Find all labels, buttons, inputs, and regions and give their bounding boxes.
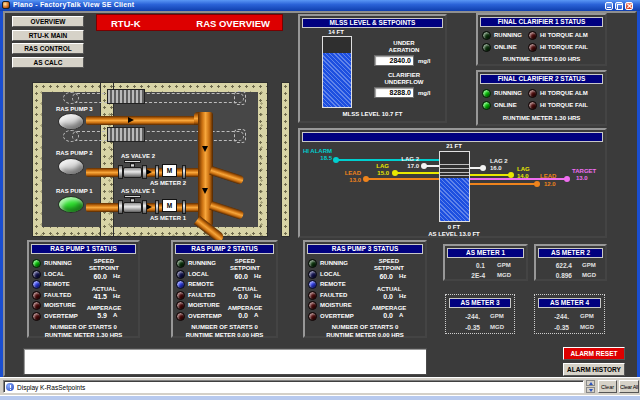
- clarifier2-hitorque-alm-label: HI TORQUE ALM: [540, 90, 588, 97]
- nav-as-calc-button[interactable]: AS CALC: [12, 57, 84, 68]
- nav-ras-control-button[interactable]: RAS CONTROL: [12, 43, 84, 54]
- clarifier2-online-label: ONLINE: [494, 102, 517, 109]
- pump3-moisture-led: [308, 301, 317, 310]
- spinner-down-button[interactable]: [586, 387, 595, 393]
- clarifier2-runtime: RUNTIME METER 1.30 HRS: [480, 115, 603, 122]
- flow-arrow-icon: [202, 188, 208, 194]
- level-line-lead-right: [470, 183, 536, 185]
- pump2-faulted-led: [176, 291, 185, 300]
- ghost-pipe-row: [72, 131, 244, 141]
- pump1-actual-unit: Hz: [113, 293, 120, 300]
- pump1-moisture-led: [32, 301, 41, 310]
- as-meter-4-gpm-value: -244.: [539, 313, 569, 320]
- lag2-right-value: 16.0: [490, 165, 520, 172]
- pump2-moisture-led: [176, 301, 185, 310]
- pump1-overtemp-led: [32, 312, 41, 321]
- pump2-amperage-label: AMPERAGE: [215, 305, 275, 312]
- clarifier-underflow-unit: mg/l: [418, 90, 430, 97]
- as-meter-2-gpm-unit: GPM: [582, 262, 596, 269]
- pump2-faulted-label: FAULTED: [188, 292, 215, 299]
- under-aeration-label2: AERATION: [362, 47, 446, 54]
- as-meter-1-mgd-value: 2E-4: [451, 272, 485, 279]
- lag-right-label: LAG: [517, 166, 545, 173]
- pump3-speed-unit: Hz: [399, 273, 406, 280]
- pump2-actual-value: 0.0: [215, 293, 248, 300]
- close-button[interactable]: [625, 2, 633, 10]
- as-meter-4-mgd-unit: MGD: [580, 324, 594, 331]
- pump2-title: RAS PUMP 2 STATUS: [175, 244, 274, 254]
- clear-all-button[interactable]: Clear All: [619, 380, 639, 393]
- clarifier2-running-led: [482, 89, 491, 98]
- as-meter-2-mgd-unit: MGD: [582, 272, 596, 279]
- mlss-panel: MLSS LEVEL & SETPOINTS 14 FT UNDER AERAT…: [298, 14, 447, 123]
- lag-left-label: LAG: [356, 163, 389, 170]
- maximize-button[interactable]: [615, 2, 623, 10]
- bottom-edge: [0, 395, 640, 400]
- lead-left-label: LEAD: [328, 170, 361, 177]
- mlss-title: MLSS LEVEL & SETPOINTS: [302, 18, 443, 28]
- lead-left-value: 13.0: [328, 177, 361, 184]
- pump2-setpoint-label: SETPOINT: [215, 265, 275, 272]
- pump1-starts: NUMBER OF STARTS 0: [31, 324, 136, 331]
- p3-remote-led: [308, 280, 317, 289]
- as-meter-1-gpm-unit: GPM: [497, 262, 511, 269]
- target-label: TARGET: [572, 168, 608, 175]
- pump2-remote-led: [176, 280, 185, 289]
- ghost-pump: [63, 130, 79, 142]
- alarm-reset-button[interactable]: ALARM RESET: [563, 347, 625, 360]
- under-aeration-value: 2840.0: [374, 55, 414, 66]
- ghost-elbow: [234, 129, 246, 143]
- flow-arrow-icon: [128, 117, 134, 123]
- pump2-amperage-unit: A: [254, 312, 258, 319]
- clear-button[interactable]: Clear: [598, 380, 617, 393]
- minimize-button[interactable]: [605, 2, 613, 10]
- spinner-up-button[interactable]: [586, 380, 595, 386]
- alarm-history-button[interactable]: ALARM HISTORY: [563, 363, 625, 376]
- pump3-amperage-label: AMPERAGE: [357, 305, 421, 312]
- nav-overview-button[interactable]: OVERVIEW: [12, 16, 84, 27]
- level-dot: [480, 165, 486, 171]
- pump1-speed-label: SPEED: [73, 258, 135, 265]
- status-message: Display K-RasSetpoints: [17, 384, 85, 391]
- as-meter-3-gpm-value: -244.: [450, 313, 480, 320]
- valve-flange: [142, 200, 147, 214]
- meter-flange: [182, 165, 186, 179]
- clarifier-underflow-label: CLARIFIER: [362, 72, 446, 79]
- tank-mark: [440, 164, 469, 165]
- pump1-amperage-value: 5.9: [73, 312, 107, 319]
- level-line-lag-right: [470, 174, 510, 176]
- banner-station: RTU-K: [111, 18, 141, 29]
- under-aeration-label: UNDER: [362, 40, 446, 47]
- pump3-title: RAS PUMP 3 STATUS: [307, 244, 423, 254]
- as-meter-3-gpm-unit: GPM: [490, 313, 504, 320]
- level-dot: [421, 163, 427, 169]
- pump1-local-led: [32, 270, 41, 279]
- pump1-speed-unit: Hz: [113, 273, 120, 280]
- lag2-left-label: LAG 2: [386, 156, 419, 163]
- clarifier-2-title: FINAL CLARIFIER 2 STATUS: [480, 74, 603, 84]
- pump2-actual-unit: Hz: [254, 293, 261, 300]
- pump2-local-label: LOCAL: [188, 271, 209, 278]
- pump1-title: RAS PUMP 1 STATUS: [31, 244, 136, 254]
- lag2-right-label: LAG 2: [490, 158, 520, 165]
- ghost-pump: [63, 92, 79, 104]
- valve-flange: [142, 165, 147, 179]
- pump1-setpoint-label: SETPOINT: [73, 265, 135, 272]
- pump1-speed-value: 60.0: [73, 273, 107, 280]
- pump1-local-label: LOCAL: [44, 271, 65, 278]
- as-meter-1-label: AS METER 1: [144, 215, 192, 222]
- clarifier1-hitorque-alm-label: HI TORQUE ALM: [540, 32, 588, 39]
- as-meter-2-label: AS METER 2: [144, 180, 192, 187]
- as-valve-2-label: AS VALVE 2: [114, 153, 162, 160]
- pump2-amperage-value: 0.0: [215, 312, 248, 319]
- app-icon: [2, 1, 10, 9]
- pump3-amperage-unit: A: [399, 312, 403, 319]
- hi-alarm-value: 18.5: [296, 155, 332, 162]
- nav-rtuk-main-button[interactable]: RTU-K MAIN: [12, 30, 84, 41]
- clarifier-underflow-value: 8288.0: [374, 87, 414, 98]
- level-line-target: [470, 178, 566, 180]
- pump2-running-led: [176, 259, 185, 268]
- mlss-level-footer: MLSS LEVEL 10.7 FT: [302, 111, 443, 118]
- as-meter-4-panel: AS METER 4 -244. GPM -0.35 MGD: [534, 294, 605, 334]
- as-meter-2-panel: AS METER 2 622.4 GPM 0.896 MGD: [534, 244, 607, 281]
